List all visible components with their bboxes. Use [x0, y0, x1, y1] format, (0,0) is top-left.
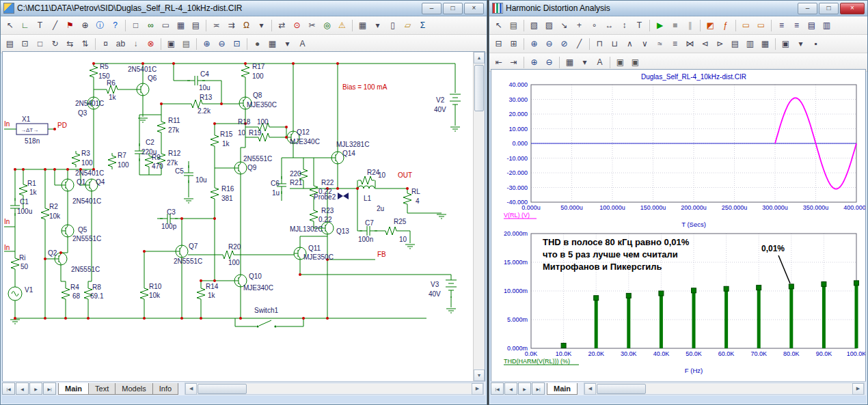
- thd-marker[interactable]: [789, 284, 794, 289]
- cut-icon[interactable]: ✂: [305, 18, 319, 33]
- close-button[interactable]: ×: [464, 3, 484, 14]
- wave-top-icon[interactable]: ⊓: [593, 36, 607, 51]
- vertical-tag-icon[interactable]: ↕: [617, 18, 632, 33]
- scope-region-icon[interactable]: ▭: [739, 18, 753, 33]
- resistor-R10[interactable]: [140, 285, 148, 302]
- grid-select-icon[interactable]: ▦: [265, 36, 280, 51]
- select-tool-icon[interactable]: ↖: [491, 18, 506, 33]
- pin-icon[interactable]: ⊙: [290, 18, 304, 33]
- copy-wave-icon[interactable]: ▣: [628, 55, 642, 70]
- zoom-in-icon[interactable]: ⊕: [527, 55, 541, 70]
- component-mode-icon[interactable]: ⊕: [78, 18, 92, 33]
- thd-marker[interactable]: [854, 281, 859, 285]
- stepping-icon[interactable]: ⇉: [224, 18, 239, 33]
- state-list-icon[interactable]: ▥: [819, 18, 834, 33]
- vertical-scroll-track[interactable]: [474, 64, 485, 369]
- find-text-icon[interactable]: ab: [113, 36, 128, 51]
- ground-symbol[interactable]: [405, 245, 415, 249]
- thd-marker[interactable]: [692, 288, 696, 293]
- zoom-out-icon[interactable]: ⊖: [542, 55, 556, 70]
- wave-sine-icon[interactable]: ≈: [653, 36, 667, 51]
- resistor-R1[interactable]: [19, 182, 27, 198]
- graphics-mode-icon[interactable]: ╱: [48, 18, 62, 33]
- watch-list-icon[interactable]: ▤: [804, 18, 819, 33]
- tab-main[interactable]: Main: [58, 383, 89, 395]
- clipboard-icon[interactable]: ▤: [506, 18, 521, 33]
- resistor-R5[interactable]: [90, 64, 98, 80]
- grid-icon[interactable]: ▦: [355, 18, 370, 33]
- minimize-button[interactable]: –: [422, 3, 442, 14]
- scroll-down-button[interactable]: ▼: [474, 369, 485, 381]
- scroll-up-button[interactable]: ▲: [474, 52, 485, 64]
- resistor-R2[interactable]: [41, 206, 49, 222]
- peak-icon[interactable]: ∧: [623, 36, 637, 51]
- source-V3[interactable]: [446, 280, 457, 298]
- tab-models[interactable]: Models: [115, 383, 152, 395]
- meter-dropdown-icon[interactable]: ▾: [254, 18, 269, 33]
- resistor-R25[interactable]: [383, 227, 399, 235]
- schematic-drawing[interactable]: R51502N5401CQ6R61kC410uR17100R132.2kQ8MJ…: [3, 52, 474, 381]
- horizontal-scroll-thumb[interactable]: [597, 384, 646, 394]
- scroll-left-button[interactable]: ◀: [185, 383, 197, 395]
- scroll-right-button[interactable]: ▶: [472, 383, 483, 395]
- sheet-info-icon[interactable]: ▤: [3, 36, 17, 51]
- tab-scroll-first[interactable]: |◀: [2, 382, 15, 395]
- wave-flat-icon[interactable]: ≡: [668, 36, 682, 51]
- mirror-h-icon[interactable]: ⇆: [63, 36, 77, 51]
- vertical-scrollbar[interactable]: ▲ ▼: [473, 52, 485, 381]
- tab-scroll-last[interactable]: ▶|: [43, 382, 56, 395]
- text-mode-icon[interactable]: T: [632, 18, 647, 33]
- tab-scroll-prev[interactable]: ◀: [16, 382, 29, 395]
- minimize-button[interactable]: –: [798, 3, 817, 14]
- select-tool-icon[interactable]: ↖: [3, 18, 17, 33]
- tab-scroll-next[interactable]: ▶: [518, 382, 531, 395]
- table-icon[interactable]: ▦: [174, 18, 188, 33]
- cursor-mode-icon[interactable]: +: [572, 18, 586, 33]
- region-select-icon[interactable]: ▭: [159, 18, 173, 33]
- ground-symbol[interactable]: [437, 214, 446, 219]
- resistor-R20[interactable]: [220, 251, 236, 259]
- box-tool-icon[interactable]: □: [33, 36, 47, 51]
- valley-icon[interactable]: ∨: [638, 36, 652, 51]
- resistor-R11[interactable]: [157, 119, 165, 135]
- source-V2[interactable]: [450, 94, 461, 112]
- model-icon[interactable]: Σ: [416, 18, 430, 33]
- schematic-titlebar[interactable]: C:\MC11\DATA\Petrov\SID\Duglas_Self_RL-4…: [1, 1, 487, 16]
- data-points-icon[interactable]: ▪: [809, 36, 823, 51]
- resistor-R17[interactable]: [241, 64, 249, 80]
- expand-x-icon[interactable]: ⇥: [506, 55, 521, 70]
- swap-icon[interactable]: ⇄: [275, 18, 289, 33]
- zoom-lock-icon[interactable]: ⊘: [557, 36, 571, 51]
- stop-icon[interactable]: ■: [668, 18, 682, 33]
- tab-scroll-first[interactable]: |◀: [491, 382, 504, 395]
- stack1-icon[interactable]: ▤: [728, 36, 742, 51]
- tab-scroll-next[interactable]: ▶: [29, 382, 42, 395]
- goto-icon[interactable]: ↓: [128, 36, 143, 51]
- wire-mode-icon[interactable]: ∟: [18, 18, 32, 33]
- thd-marker[interactable]: [561, 343, 566, 348]
- scroll-right-button[interactable]: ▶: [852, 383, 864, 395]
- resistor-R23[interactable]: [310, 208, 318, 224]
- inductor-L1[interactable]: [358, 186, 375, 188]
- thd-marker[interactable]: [724, 286, 729, 291]
- horizontal-scroll-track[interactable]: [197, 384, 472, 393]
- zoom-in-icon[interactable]: ⊕: [200, 36, 214, 51]
- flag-mode-icon[interactable]: ⚑: [63, 18, 77, 33]
- resistor-R16[interactable]: [211, 185, 219, 201]
- vertical-scroll-thumb[interactable]: [474, 65, 484, 111]
- thd-icon[interactable]: ◩: [703, 18, 718, 33]
- tab-info[interactable]: Info: [152, 383, 178, 395]
- waveform-list-icon[interactable]: ≡: [789, 18, 804, 33]
- maximize-button[interactable]: □: [443, 3, 463, 14]
- capacitor-C5[interactable]: [184, 165, 193, 183]
- close-button[interactable]: ×: [840, 3, 865, 14]
- pause-icon[interactable]: ∥: [683, 18, 697, 33]
- run-icon[interactable]: ▶: [653, 18, 667, 33]
- fft-icon[interactable]: ƒ: [718, 18, 733, 33]
- thd-marker[interactable]: [659, 291, 664, 296]
- capacitor-C7[interactable]: [360, 226, 377, 236]
- horizontal-scrollbar[interactable]: ◀ ▶: [584, 382, 865, 395]
- warning-icon[interactable]: ⚠: [335, 18, 349, 33]
- limits-icon[interactable]: ≍: [209, 18, 223, 33]
- ground-symbol[interactable]: [450, 127, 460, 131]
